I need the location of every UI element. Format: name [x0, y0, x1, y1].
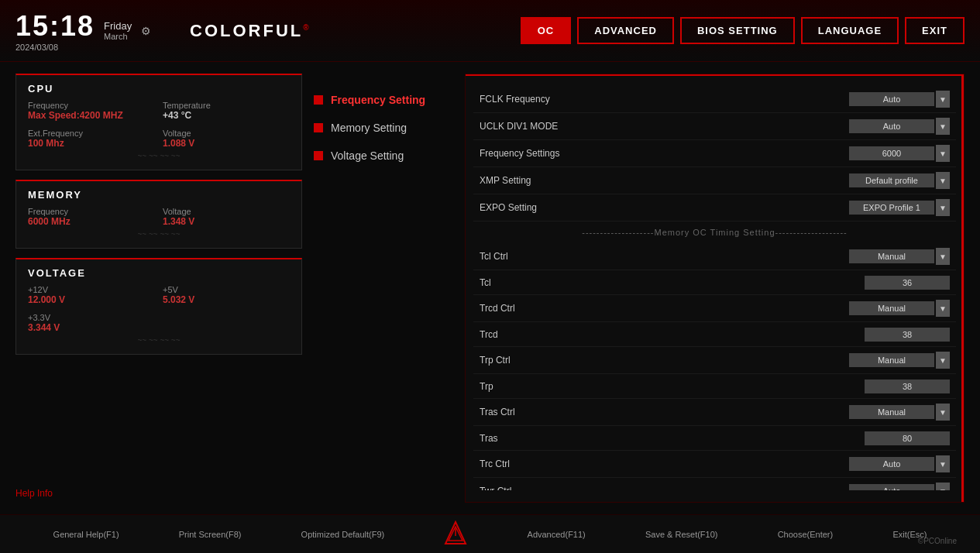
voltage-33v-value: 3.344 V [28, 322, 155, 333]
cpu-wave: ~~ ~~ ~~ ~~ [28, 152, 290, 160]
trp-name: Trp [480, 381, 493, 392]
fclk-control: Auto ▼ [849, 91, 950, 108]
settings-panel: FCLK Frequency Auto ▼ UCLK DIV1 MODE Aut… [465, 74, 965, 503]
pc-online-label: ©PCOnline [918, 537, 957, 545]
setting-row-trcctrl: Trc Ctrl Auto ▼ [473, 451, 956, 478]
setting-row-freqsettings: Frequency Settings 6000 ▼ [473, 140, 956, 167]
cpu-voltage-value: 1.088 V [163, 138, 290, 149]
memory-card: MEMORY Frequency 6000 MHz Voltage 1.348 … [15, 180, 302, 249]
menu-label-frequency: Frequency Setting [331, 94, 425, 106]
voltage-33v-label: +3.3V [28, 313, 155, 322]
menu-item-frequency[interactable]: Frequency Setting [314, 89, 453, 111]
menu-indicator-frequency [314, 95, 323, 105]
setting-row-trcdctrl: Trcd Ctrl Manual ▼ [473, 295, 956, 322]
setting-row-uclk: UCLK DIV1 MODE Auto ▼ [473, 113, 956, 140]
freqsettings-name: Frequency Settings [480, 148, 559, 159]
tclctrl-dropdown-btn[interactable]: ▼ [936, 248, 950, 265]
memory-grid: Frequency 6000 MHz Voltage 1.348 V [28, 207, 290, 227]
nav-exit-button[interactable]: EXIT [905, 17, 965, 44]
brand-name: COLORFUL® [190, 21, 311, 41]
trcctrl-value: Auto [849, 457, 934, 471]
gear-icon: ⚙ [141, 25, 151, 37]
cpu-title: CPU [28, 83, 290, 94]
freqsettings-value: 6000 [849, 146, 934, 160]
setting-row-tcl: Tcl 36 [473, 270, 956, 295]
trasctrl-name: Tras Ctrl [480, 407, 515, 417]
memory-voltage-label: Voltage [163, 207, 290, 216]
settings-scroll[interactable]: FCLK Frequency Auto ▼ UCLK DIV1 MODE Aut… [466, 86, 964, 490]
date-info: 2024/03/08 [15, 43, 95, 52]
nav-advanced-button[interactable]: ADVANCED [577, 17, 674, 44]
trcd-name: Trcd [480, 329, 498, 340]
menu-item-voltage[interactable]: Voltage Setting [314, 145, 453, 167]
expo-dropdown-btn[interactable]: ▼ [936, 199, 950, 216]
left-panel: CPU Frequency Max Speed:4200 MHZ Tempera… [15, 74, 302, 503]
trcdctrl-dropdown-btn[interactable]: ▼ [936, 300, 950, 317]
cpu-grid: Frequency Max Speed:4200 MHZ Temperature… [28, 101, 290, 149]
voltage-title: VOLTAGE [28, 267, 290, 279]
menu-item-memory[interactable]: Memory Setting [314, 117, 453, 139]
trcctrl-dropdown-btn[interactable]: ▼ [936, 455, 950, 472]
uclk-dropdown-btn[interactable]: ▼ [936, 118, 950, 135]
memory-freq-label: Frequency [28, 207, 155, 216]
xmp-dropdown-btn[interactable]: ▼ [936, 172, 950, 189]
trcctrl-control: Auto ▼ [849, 455, 950, 472]
main-content: CPU Frequency Max Speed:4200 MHZ Tempera… [0, 62, 980, 514]
fclk-dropdown-btn[interactable]: ▼ [936, 91, 950, 108]
trp-control: 38 [865, 380, 950, 393]
xmp-name: XMP Setting [480, 175, 531, 186]
menu-label-memory: Memory Setting [331, 122, 407, 134]
uclk-control: Auto ▼ [849, 118, 950, 135]
trcd-value: 38 [865, 328, 950, 342]
freqsettings-dropdown-btn[interactable]: ▼ [936, 145, 950, 162]
xmp-value: Default profile [849, 173, 934, 187]
voltage-12v-label: +12V [28, 285, 155, 294]
setting-row-tclctrl: Tcl Ctrl Manual ▼ [473, 243, 956, 270]
expo-value: EXPO Profile 1 [849, 201, 934, 215]
cpu-extfreq-value: 100 Mhz [28, 138, 155, 149]
trpctrl-value: Manual [849, 353, 934, 367]
help-info: Help Info [15, 484, 302, 503]
cpu-freq-value: Max Speed:4200 MHZ [28, 110, 155, 121]
trasctrl-control: Manual ▼ [849, 404, 950, 421]
setting-row-twrctrl: Twr Ctrl Auto ▼ [473, 478, 956, 490]
trcd-control: 38 [865, 328, 950, 342]
bottom-bar: General Help(F1) Print Screen(F8) Optimi… [0, 514, 980, 553]
trcdctrl-control: Manual ▼ [849, 300, 950, 317]
tclctrl-value: Manual [849, 249, 934, 263]
day-display: Friday [104, 20, 132, 32]
xmp-control: Default profile ▼ [849, 172, 950, 189]
cpu-extfreq-label: Ext.Frequency [28, 129, 155, 138]
trasctrl-dropdown-btn[interactable]: ▼ [936, 404, 950, 421]
nav-oc-button[interactable]: OC [521, 17, 572, 44]
twrctrl-control: Auto ▼ [849, 483, 950, 490]
nav-bios-setting-button[interactable]: BIOS SETTING [680, 17, 795, 44]
trpctrl-dropdown-btn[interactable]: ▼ [936, 352, 950, 369]
bottom-general-help: General Help(F1) [53, 530, 119, 539]
expo-control: EXPO Profile 1 ▼ [849, 199, 950, 216]
tcl-control: 36 [865, 276, 950, 290]
setting-row-expo: EXPO Setting EXPO Profile 1 ▼ [473, 194, 956, 222]
freqsettings-control: 6000 ▼ [849, 145, 950, 162]
voltage-wave: ~~ ~~ ~~ ~~ [28, 336, 290, 345]
setting-row-tras: Tras 80 [473, 426, 956, 451]
trasctrl-value: Manual [849, 405, 934, 419]
expo-name: EXPO Setting [480, 202, 537, 213]
clock-section: 15:18 2024/03/08 Friday March ⚙ [15, 10, 186, 52]
month-display: March [104, 32, 132, 41]
voltage-5v-label: +5V [163, 285, 290, 294]
setting-row-trpctrl: Trp Ctrl Manual ▼ [473, 347, 956, 374]
tcl-name: Tcl [480, 277, 491, 288]
memory-freq-value: 6000 MHz [28, 216, 155, 227]
tras-control: 80 [865, 431, 950, 445]
cpu-voltage-label: Voltage [163, 129, 290, 138]
menu-indicator-voltage [314, 151, 323, 160]
menu-label-voltage: Voltage Setting [331, 149, 404, 162]
voltage-grid: +12V 12.000 V +5V 5.032 V +3.3V 3.344 V [28, 285, 290, 333]
bottom-print-screen: Print Screen(F8) [179, 530, 242, 539]
twrctrl-dropdown-btn[interactable]: ▼ [936, 483, 950, 490]
nav-language-button[interactable]: LANGUAGE [801, 17, 899, 44]
bottom-advanced: Advanced(F11) [528, 530, 586, 539]
time-display: 15:18 [15, 10, 95, 43]
trp-value: 38 [865, 380, 950, 393]
